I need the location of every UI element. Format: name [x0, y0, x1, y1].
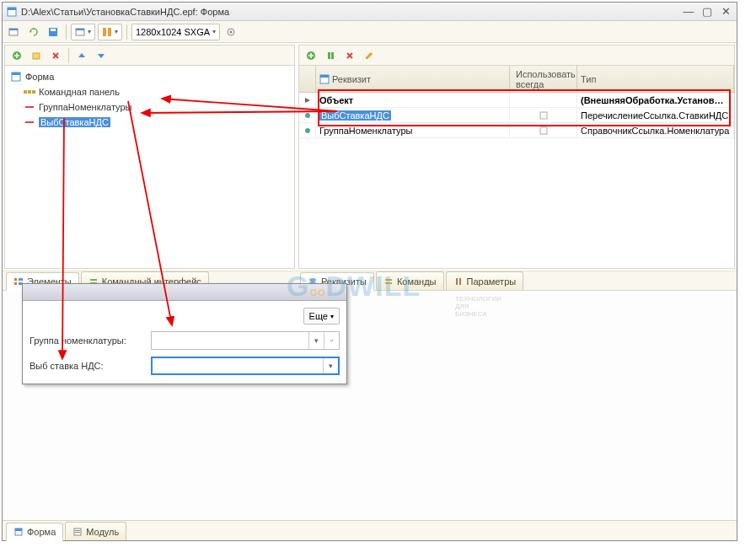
- add-attr-col-button[interactable]: [322, 47, 339, 64]
- attributes-toolbar: [299, 46, 734, 66]
- delete-element-button[interactable]: [47, 47, 64, 64]
- delete-attr-button[interactable]: [341, 47, 358, 64]
- svg-rect-21: [331, 52, 334, 59]
- view-dropdown[interactable]: ▾: [71, 24, 95, 40]
- cell-name-selected: ВыбСтавкаНДС: [319, 110, 391, 121]
- svg-rect-7: [76, 29, 84, 30]
- svg-point-37: [309, 278, 316, 282]
- form-icon: [10, 72, 22, 82]
- form-preview: Еще▾ Группа номенклатуры: ▾▫ Выб ставка …: [22, 283, 347, 384]
- more-button[interactable]: Еще▾: [303, 308, 340, 325]
- grid-row-group-nom[interactable]: ГруппаНоменклатуры СправочникСсылка.Номе…: [299, 123, 734, 138]
- add-element-button[interactable]: [8, 47, 25, 64]
- bottom-tabs: Форма Модуль: [3, 520, 737, 540]
- close-button[interactable]: ✕: [718, 5, 733, 19]
- svg-rect-44: [15, 528, 22, 531]
- svg-rect-41: [456, 278, 458, 285]
- svg-rect-35: [90, 279, 97, 281]
- minimize-button[interactable]: —: [681, 5, 696, 19]
- preview-titlebar: [23, 284, 346, 301]
- tree-label: Командная панель: [39, 87, 120, 97]
- cell-name: ГруппаНоменклатуры: [316, 123, 510, 137]
- grid-row-vyb-stavka[interactable]: ВыбСтавкаНДС ПеречислениеСсылка.СтавкиНД…: [299, 108, 734, 123]
- tree-item-group-nomenclature[interactable]: ГруппаНоменклатуры: [24, 99, 289, 115]
- form-icon: [6, 6, 18, 18]
- svg-rect-5: [51, 29, 56, 31]
- svg-rect-28: [540, 112, 547, 119]
- resolution-dropdown[interactable]: 1280x1024 SXGA▾: [131, 24, 220, 40]
- field-label: Выб ставка НДС:: [29, 361, 147, 371]
- field-icon: [24, 117, 35, 127]
- dropdown-icon[interactable]: ▾: [323, 358, 338, 373]
- header-use-always[interactable]: Использовать всегда: [510, 66, 577, 92]
- svg-rect-17: [28, 90, 31, 94]
- test-button[interactable]: [6, 24, 23, 40]
- move-up-button[interactable]: [73, 47, 90, 64]
- field-icon: [24, 102, 35, 112]
- svg-rect-46: [75, 530, 80, 531]
- layout-dropdown[interactable]: ▾: [98, 24, 122, 40]
- header-attribute[interactable]: Реквизит: [316, 66, 510, 92]
- tab-commands[interactable]: Команды: [376, 271, 444, 290]
- svg-rect-20: [328, 52, 330, 59]
- svg-point-27: [305, 113, 310, 118]
- svg-rect-40: [385, 282, 392, 284]
- dropdown-icon[interactable]: ▾: [308, 332, 324, 349]
- tab-label: Форма: [27, 527, 56, 537]
- elements-toolbar: [5, 46, 294, 66]
- tree-root[interactable]: Форма: [10, 69, 289, 84]
- svg-rect-15: [12, 72, 20, 75]
- resolution-label: 1280x1024 SXGA: [136, 27, 210, 37]
- svg-rect-42: [459, 278, 461, 285]
- svg-rect-23: [320, 75, 329, 78]
- config-button[interactable]: [223, 24, 239, 40]
- vyb-stavka-nds-input[interactable]: ▾: [151, 357, 340, 375]
- attributes-grid: Объект (ВнешняяОбработка.Установ… ВыбСта…: [299, 93, 734, 138]
- tree-item-vyb-stavka-nds[interactable]: ВыбСтавкаНДС: [24, 115, 289, 130]
- svg-rect-47: [75, 532, 80, 533]
- maximize-button[interactable]: ▢: [700, 5, 715, 19]
- tree-label-selected: ВыбСтавкаНДС: [39, 117, 110, 127]
- svg-rect-1: [8, 8, 16, 10]
- svg-rect-9: [108, 28, 111, 36]
- cell-type: СправочникСсылка.Номенклатура: [577, 123, 734, 137]
- field-label: Группа номенклатуры:: [29, 335, 147, 346]
- move-down-button[interactable]: [93, 47, 110, 64]
- tab-module[interactable]: Модуль: [65, 522, 126, 540]
- svg-rect-32: [14, 282, 17, 285]
- svg-rect-13: [33, 53, 40, 59]
- tree-item-command-panel[interactable]: Командная панель: [24, 84, 289, 99]
- titlebar: D:\Alex\Статьи\УстановкаСтавкиНДС.epf: Ф…: [3, 3, 737, 21]
- more-label: Еще: [309, 311, 328, 321]
- cell-name: Объект: [316, 93, 510, 107]
- svg-rect-3: [9, 29, 18, 30]
- add-group-button[interactable]: [28, 47, 45, 64]
- svg-point-11: [230, 30, 233, 33]
- tab-parameters[interactable]: Параметры: [446, 271, 524, 290]
- header-type[interactable]: Тип: [577, 66, 734, 92]
- elements-tree: Форма Командная панель ГруппаНоменклатур…: [5, 66, 294, 133]
- cell-type: (ВнешняяОбработка.Установ…: [577, 93, 734, 107]
- svg-rect-39: [385, 279, 392, 281]
- edit-attr-button[interactable]: [361, 47, 378, 64]
- sync-button[interactable]: [25, 24, 42, 40]
- field-vyb-stavka-nds: Выб ставка НДС: ▾: [29, 357, 340, 375]
- field-group-nomenclature: Группа номенклатуры: ▾▫: [29, 331, 340, 350]
- attributes-header: Реквизит Использовать всегда Тип: [299, 66, 734, 93]
- window-title: D:\Alex\Статьи\УстановкаСтавкиНДС.epf: Ф…: [21, 7, 681, 17]
- add-attr-button[interactable]: [303, 47, 319, 64]
- svg-rect-8: [103, 28, 106, 36]
- group-nomenclature-input[interactable]: ▾▫: [151, 331, 340, 350]
- toolbar-icon: [24, 87, 35, 97]
- grid-row-object[interactable]: Объект (ВнешняяОбработка.Установ…: [299, 93, 734, 108]
- right-tabs: Реквизиты Команды Параметры: [297, 271, 737, 291]
- cell-type: ПеречислениеСсылка.СтавкиНДС: [577, 108, 734, 122]
- elements-panel: Форма Командная панель ГруппаНоменклатур…: [4, 45, 295, 269]
- svg-rect-33: [19, 278, 23, 281]
- main-toolbar: ▾ ▾ 1280x1024 SXGA▾: [3, 21, 737, 43]
- tab-form[interactable]: Форма: [6, 523, 63, 541]
- svg-rect-31: [14, 278, 17, 281]
- tree-label: ГруппаНоменклатуры: [39, 102, 131, 112]
- open-icon[interactable]: ▫: [324, 332, 339, 349]
- save-button[interactable]: [45, 24, 62, 40]
